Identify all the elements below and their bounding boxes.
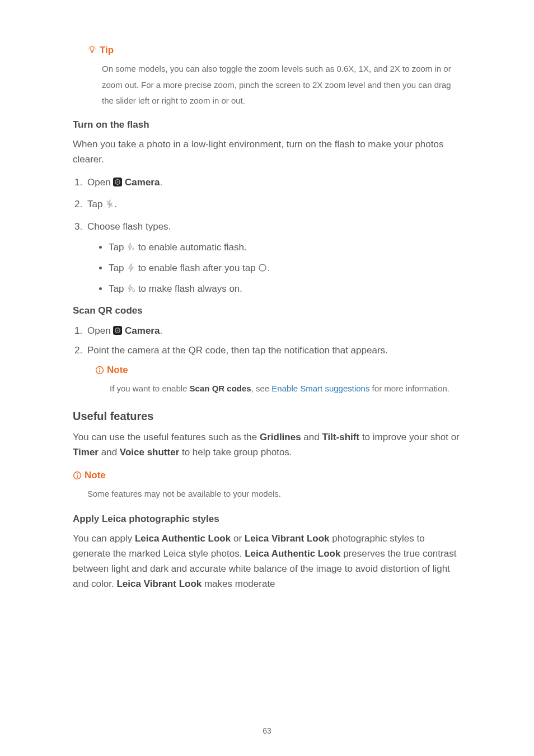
flash-step-1: Open Camera. xyxy=(85,175,461,190)
flash-bullet-always: Tap to make flash always on. xyxy=(109,281,461,296)
qr-note-heading: Note xyxy=(95,362,461,377)
qr-note-label: Note xyxy=(107,362,128,377)
heading-leica: Apply Leica photographic styles xyxy=(73,511,461,526)
flash-step-3: Choose flash types. Tap to enable automa… xyxy=(85,219,461,297)
tip-label: Tip xyxy=(100,43,114,58)
heading-scan-qr: Scan QR codes xyxy=(73,303,461,318)
flash-step-2: Tap . xyxy=(85,197,461,212)
svg-point-11 xyxy=(259,264,266,271)
qr-step-2: Point the camera at the QR code, then ta… xyxy=(85,343,461,358)
qr-note-body: If you want to enable Scan QR codes, see… xyxy=(73,381,461,397)
useful-note-body: Some features may not be available to yo… xyxy=(73,486,461,502)
flash-off-icon xyxy=(105,199,114,208)
svg-point-20 xyxy=(77,473,78,474)
camera-app-icon xyxy=(113,326,122,335)
qr-step-1: Open Camera. xyxy=(85,323,461,338)
leica-para: You can apply Leica Authentic Look or Le… xyxy=(73,531,461,592)
flash-bullet-on: Tap to enable flash after you tap . xyxy=(109,260,461,276)
info-icon xyxy=(73,471,82,480)
useful-features-para: You can use the useful features such as … xyxy=(73,430,461,460)
svg-point-9 xyxy=(117,181,119,183)
flash-intro: When you take a photo in a low-light env… xyxy=(73,137,461,167)
useful-note-label: Note xyxy=(85,468,106,483)
svg-rect-18 xyxy=(99,370,100,372)
svg-line-2 xyxy=(95,47,95,48)
svg-rect-21 xyxy=(77,475,78,478)
lightbulb-icon xyxy=(87,45,97,55)
info-icon xyxy=(95,366,104,375)
camera-app-icon xyxy=(113,178,122,186)
heading-useful-features: Useful features xyxy=(73,407,461,425)
svg-line-1 xyxy=(89,47,90,48)
link-enable-smart-suggestions[interactable]: Enable Smart suggestions xyxy=(271,384,369,393)
flash-on-icon xyxy=(127,263,135,272)
page-number: 63 xyxy=(0,725,534,737)
flash-auto-icon xyxy=(127,242,135,251)
flash-bullet-auto: Tap to enable automatic flash. xyxy=(109,240,461,255)
useful-note-heading: Note xyxy=(73,468,461,483)
svg-point-15 xyxy=(117,329,119,331)
tip-heading: Tip xyxy=(87,43,461,58)
heading-turn-on-flash: Turn on the flash xyxy=(73,117,461,132)
tip-body: On some models, you can also toggle the … xyxy=(73,61,461,109)
shutter-icon xyxy=(258,263,267,272)
svg-point-17 xyxy=(99,368,100,369)
flash-always-icon xyxy=(127,284,135,293)
